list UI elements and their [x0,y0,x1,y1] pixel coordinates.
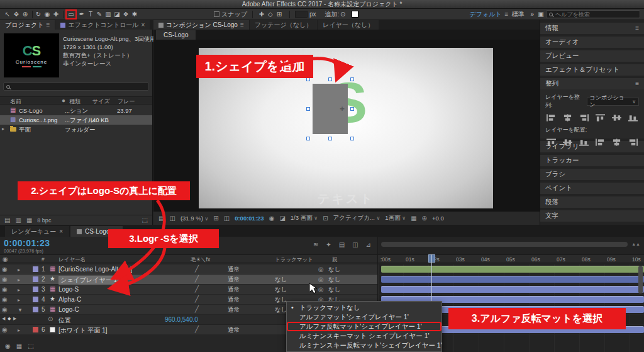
hand-tool[interactable]: ✥ [13,11,20,18]
layer-row-1[interactable]: ◉ ▸ 1 ▦ [CurioScene Logo-Alt.png] ╱ 通常∨ … [0,264,377,275]
fast-previews-icon[interactable]: ⊕ [422,215,427,222]
panel-align[interactable]: 整列≡ [540,78,644,89]
panel-effects-presets[interactable]: エフェクト＆プリセット [540,64,644,76]
quality-switch-icon[interactable]: ╱ [195,266,199,272]
property-label[interactable]: 位置 [58,316,71,325]
tab-footage[interactable]: フッテージ（なし） [250,20,317,30]
pickwhip-icon[interactable]: ◎ [318,266,324,273]
puppet-pin-tool[interactable]: ✱ [131,11,138,18]
help-search-box[interactable] [546,10,640,18]
menu-item-no-matte[interactable]: トラックマットなし [287,303,441,312]
align-top-icon[interactable] [596,114,605,122]
distribute-bottom-icon[interactable] [579,139,589,146]
panel-paint[interactable]: ペイント [540,183,644,194]
layer-color-chip[interactable] [33,297,38,302]
project-item-row[interactable]: ▦ Curiosc...t.png ...ファイル 40 KB [0,115,152,125]
snap-checkbox[interactable] [214,11,219,17]
frame-blending-icon[interactable]: ▤ [339,241,345,248]
vertical-scrollbar[interactable] [638,266,643,293]
always-preview-icon[interactable]: ▤ [158,215,164,222]
panel-character[interactable]: 文字 [540,210,644,222]
tab-layer[interactable]: レイヤー（なし） [318,20,379,30]
layer-name[interactable]: Logo-C [58,306,79,313]
quality-switch-icon[interactable]: ╱ [195,276,199,282]
rotate-tool[interactable]: ↻ [35,11,42,18]
layer-name[interactable]: Logo-S [58,286,79,293]
layer-color-chip[interactable] [33,307,38,312]
distribute-h-center-icon[interactable] [612,139,621,146]
pan-behind-tool[interactable]: ✚ [52,11,60,18]
new-composition-icon[interactable]: ▦ [26,217,32,224]
menu-item-alpha-inverted-matte[interactable]: アルファ反転マット'シェイプレイヤー 1' [287,322,441,331]
layer-row-2[interactable]: ◉ ▸ 2 ★ シェイプレイヤー 1 ╱ 通常∨ なし∨ ◎ なし∨ [0,275,377,285]
grid-guides-icon[interactable]: ⊞ [213,215,218,222]
current-timecode[interactable]: 0:00:01:23 [4,238,50,248]
menu-item-alpha-matte[interactable]: アルファマット'シェイプレイヤー 1' [287,312,441,322]
resolution-select[interactable]: 1/3 画面 ∨ [291,214,318,222]
channel-icon[interactable]: ◪ [279,215,285,222]
stroke-width-field[interactable] [295,11,308,18]
collapse-arrow-icon[interactable]: ▼ [18,307,23,313]
quality-switch-icon[interactable]: ╱ [195,326,199,332]
expand-arrow-icon[interactable]: ▸ [18,267,20,273]
magnification-icon[interactable]: ◫ [169,215,175,222]
layer-duration-bar[interactable] [381,266,644,273]
expand-arrow-icon[interactable]: ▸ [18,327,20,333]
pen-tool[interactable]: ✒ [78,11,86,18]
workspace-more-button[interactable]: » [530,11,534,18]
layer-name[interactable]: シェイプレイヤー 1 [58,276,119,285]
zoom-level-select[interactable]: (31.9 %) ∨ [180,215,208,222]
quality-switch-icon[interactable]: ╱ [195,286,199,292]
keyframe-diamond-icon[interactable]: ◆ [8,316,11,321]
zoom-tool[interactable]: ⊕ [21,11,29,18]
keyframe-nav-right-icon[interactable]: ▶ [13,316,16,321]
expand-arrow-icon[interactable]: ▸ [18,297,20,303]
shy-layers-icon[interactable]: ✦ [326,241,331,248]
pixel-aspect-icon[interactable]: ▦ [411,215,416,222]
visibility-eye-icon[interactable]: ◉ [2,307,8,313]
layer-name[interactable]: [CurioScene Logo-Alt.png] [58,266,132,273]
panel-info[interactable]: 情報≡ [540,23,644,34]
comp-mini-flowchart-icon[interactable]: ≋ [313,241,318,248]
project-item-row[interactable]: ▸ 平面 フォルダー [0,125,152,134]
close-icon[interactable]: × [142,22,145,28]
column-frame[interactable]: フレー [118,98,135,106]
workspace-standard-button[interactable]: 標準 [511,10,524,19]
tab-render-queue[interactable]: レンダーキュー × [5,226,69,237]
menu-item-luma-matte[interactable]: ルミナンスキーマット シェイプレイヤー 1' [287,331,441,341]
project-search-input[interactable] [13,84,139,90]
align-right-icon[interactable] [579,114,589,122]
tab-project[interactable]: プロジェクト ≡ [0,20,55,30]
motion-blur-icon[interactable]: ◫ [352,241,358,248]
switches-column[interactable]: 毛☀＼fx [191,256,210,264]
layer-color-chip[interactable] [33,276,38,282]
grid-mode-icon[interactable]: ⊞ [275,11,283,18]
pickwhip-icon[interactable]: ◎ [318,276,324,283]
expand-arrow-icon[interactable]: ▸ [18,287,20,293]
layer-row-3[interactable]: ◉ ▸ 3 ▦ Logo-S ╱ 通常∨ なし∨ ◎ なし∨ [0,285,377,295]
selection-handle[interactable] [306,137,310,140]
panel-preview[interactable]: プレビュー [540,50,644,62]
position-value[interactable]: 960.0,540.0 [165,316,198,323]
keyframe-nav-left-icon[interactable]: ◀ [2,316,5,321]
clone-stamp-tool[interactable]: ▥ [104,11,112,18]
snapshot-icon[interactable]: ◉ [269,215,275,222]
eraser-tool[interactable]: ◪ [113,11,121,18]
layer-color-chip[interactable] [33,287,38,292]
mask-feather-icon[interactable]: ◇ [267,11,274,18]
panel-menu-icon[interactable]: ≡ [635,25,639,31]
expand-in-out-icon[interactable]: ⬚ [28,343,33,349]
graph-editor-icon[interactable]: ⊿ [366,241,371,248]
align-left-icon[interactable] [547,114,556,122]
new-folder-icon[interactable]: ▥ [15,217,21,224]
selection-tool[interactable]: ↖ [4,11,11,18]
layer-color-chip[interactable] [33,266,38,272]
parent-column[interactable]: 親 [332,256,338,264]
region-of-interest-icon[interactable]: ⊡ [323,215,328,222]
selection-handle[interactable] [306,107,310,111]
layer-name[interactable]: [ホワイト 平面 1] [58,326,108,335]
panel-paragraph[interactable]: 段落 [540,196,644,208]
layer-duration-bar[interactable] [381,286,644,293]
track-matte-column[interactable]: トラックマット [275,256,313,264]
selection-handle[interactable] [328,77,332,81]
